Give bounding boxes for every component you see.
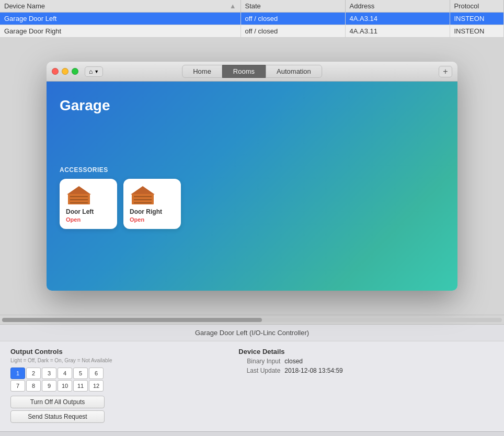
output-button-7[interactable]: 7 <box>10 380 25 392</box>
home-nav-button[interactable]: ⌂ ▼ <box>85 66 103 77</box>
output-controls-title: Output Controls <box>10 348 223 355</box>
output-button-8[interactable]: 8 <box>26 380 41 392</box>
accessory-door-left[interactable]: Door Left Open <box>60 179 117 229</box>
cell-address: 4A.A3.11 <box>345 25 450 38</box>
bottom-panel: Garage Door Left (I/O-Linc Controller) O… <box>0 324 504 431</box>
device-table: Device Name ▲ State Address Protocol Gar… <box>0 0 504 38</box>
output-controls-subtitle: Light = Off, Dark = On, Gray = Not Avail… <box>10 358 223 363</box>
tab-home[interactable]: Home <box>182 65 222 78</box>
output-button-5[interactable]: 5 <box>73 368 88 379</box>
svg-marker-0 <box>67 186 91 194</box>
scrollbar-track[interactable] <box>2 318 502 322</box>
output-button-11[interactable]: 11 <box>73 380 88 392</box>
output-button-10[interactable]: 10 <box>58 380 72 392</box>
svg-marker-5 <box>131 186 155 194</box>
binary-input-value: closed <box>284 358 303 365</box>
col-header-name[interactable]: Device Name ▲ <box>0 0 240 13</box>
output-button-9[interactable]: 9 <box>42 380 56 392</box>
status-bar: sunrise : 7:29 AM sunset : 5:25 PM curre… <box>0 431 504 436</box>
cell-protocol: INSTEON <box>450 25 504 38</box>
nav-tabs: Home Rooms Automation <box>182 65 322 78</box>
door-right-status: Open <box>130 216 175 223</box>
output-button-12[interactable]: 12 <box>89 380 104 392</box>
table-row[interactable]: Garage Door Right off / closed 4A.A3.11 … <box>0 25 504 38</box>
scrollbar-area <box>0 315 504 324</box>
output-button-2[interactable]: 2 <box>26 368 41 379</box>
room-title: Garage <box>60 97 444 114</box>
output-controls: Output Controls Light = Off, Dark = On, … <box>10 348 223 425</box>
device-details: Device Details Binary Input closed Last … <box>238 348 494 425</box>
cell-state: off / closed <box>240 13 345 25</box>
mac-window: ⌂ ▼ Home Rooms Automation + Garage Ac <box>47 62 457 291</box>
scrollbar-thumb[interactable] <box>2 318 262 322</box>
door-right-name: Door Right <box>130 208 175 215</box>
door-left-status: Open <box>66 216 111 223</box>
add-button[interactable]: + <box>439 66 452 77</box>
home-chevron: ▼ <box>94 69 99 74</box>
cell-name: Garage Door Left <box>0 13 240 25</box>
output-row-2: 789101112 <box>10 380 223 392</box>
accessory-door-right[interactable]: Door Right Open <box>123 179 181 229</box>
output-button-4[interactable]: 4 <box>58 368 72 379</box>
minimize-button[interactable] <box>62 68 68 75</box>
last-update-row: Last Update 2018-12-08 13:54:59 <box>238 367 494 374</box>
door-left-name: Door Left <box>66 208 111 215</box>
titlebar: ⌂ ▼ Home Rooms Automation + <box>47 62 457 82</box>
accessories-grid: Door Left Open Door Right <box>60 179 444 229</box>
last-update-label: Last Update <box>238 367 280 374</box>
turn-off-button[interactable]: Turn Off All Outputs <box>10 396 105 408</box>
col-header-state[interactable]: State <box>240 0 345 13</box>
col-header-address[interactable]: Address <box>345 0 450 13</box>
output-button-6[interactable]: 6 <box>89 368 104 379</box>
send-status-button[interactable]: Send Status Request <box>10 410 105 423</box>
maximize-button[interactable] <box>72 68 78 75</box>
door-right-icon <box>130 185 156 205</box>
tab-automation[interactable]: Automation <box>266 65 322 78</box>
cell-protocol: INSTEON <box>450 13 504 25</box>
output-grid: 123456 789101112 <box>10 368 223 392</box>
last-update-value: 2018-12-08 13:54:59 <box>284 367 342 374</box>
close-button[interactable] <box>52 68 59 75</box>
tab-rooms[interactable]: Rooms <box>222 65 266 78</box>
home-icon: ⌂ <box>89 68 93 75</box>
cell-address: 4A.A3.14 <box>345 13 450 25</box>
accessories-label: Accessories <box>60 166 444 174</box>
device-details-title: Device Details <box>238 348 494 355</box>
main-area: ⌂ ▼ Home Rooms Automation + Garage Ac <box>0 38 504 315</box>
bottom-content: Output Controls Light = Off, Dark = On, … <box>0 341 504 431</box>
binary-input-label: Binary Input <box>238 358 280 365</box>
door-left-icon <box>66 185 92 205</box>
output-row-1: 123456 <box>10 368 223 379</box>
table-row[interactable]: Garage Door Left off / closed 4A.A3.14 I… <box>0 13 504 25</box>
output-button-3[interactable]: 3 <box>42 368 56 379</box>
bottom-title: Garage Door Left (I/O-Linc Controller) <box>0 325 504 341</box>
window-content: Garage Accessories Door <box>47 82 457 291</box>
col-header-protocol[interactable]: Protocol <box>450 0 504 13</box>
output-button-1[interactable]: 1 <box>10 368 25 379</box>
binary-input-row: Binary Input closed <box>238 358 494 365</box>
cell-state: off / closed <box>240 25 345 38</box>
cell-name: Garage Door Right <box>0 25 240 38</box>
